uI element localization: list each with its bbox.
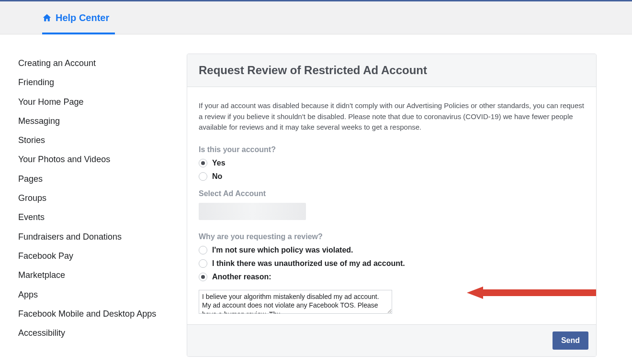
- radio-icon-selected: [199, 159, 207, 167]
- sidebar-item-groups[interactable]: Groups: [17, 188, 169, 208]
- send-button[interactable]: Send: [553, 331, 588, 350]
- sidebar-item-mobile-desktop[interactable]: Facebook Mobile and Desktop Apps: [17, 304, 169, 323]
- radio-why-policy-label: I'm not sure which policy was violated.: [212, 246, 353, 254]
- reason-textarea[interactable]: [199, 290, 392, 314]
- top-bar: Help Center: [0, 0, 632, 34]
- radio-yes[interactable]: Yes: [199, 159, 585, 167]
- sidebar-item-accessibility[interactable]: Accessibility: [17, 323, 169, 342]
- sidebar-item-marketplace[interactable]: Marketplace: [17, 265, 169, 285]
- card-body: If your ad account was disabled because …: [187, 87, 596, 324]
- why-requesting-label: Why are you requesting a review?: [199, 232, 585, 241]
- sidebar-item-messaging[interactable]: Messaging: [17, 111, 169, 131]
- radio-yes-label: Yes: [212, 159, 226, 167]
- radio-why-another[interactable]: Another reason:: [199, 273, 585, 281]
- sidebar-item-pages[interactable]: Pages: [17, 169, 169, 188]
- card-header: Request Review of Restricted Ad Account: [187, 54, 596, 87]
- is-this-your-account-label: Is this your account?: [199, 145, 585, 154]
- active-tab-underline: [42, 33, 115, 34]
- page-title: Request Review of Restricted Ad Account: [199, 64, 585, 77]
- sidebar-item-home-page[interactable]: Your Home Page: [17, 92, 169, 111]
- radio-icon-selected: [199, 273, 207, 281]
- radio-why-policy[interactable]: I'm not sure which policy was violated.: [199, 246, 585, 254]
- help-center-label: Help Center: [56, 12, 109, 23]
- radio-no-label: No: [212, 172, 222, 181]
- sidebar-item-events[interactable]: Events: [17, 208, 169, 227]
- page-layout: Creating an Account Friending Your Home …: [0, 34, 632, 364]
- description-text: If your ad account was disabled because …: [199, 100, 585, 133]
- sidebar-item-creating-account[interactable]: Creating an Account: [17, 54, 169, 73]
- radio-why-another-label: Another reason:: [212, 273, 271, 281]
- radio-icon: [199, 172, 207, 181]
- sidebar-item-fundraisers[interactable]: Fundraisers and Donations: [17, 227, 169, 246]
- help-center-tab[interactable]: Help Center: [42, 1, 109, 34]
- sidebar: Creating an Account Friending Your Home …: [17, 54, 169, 357]
- sidebar-item-stories[interactable]: Stories: [17, 131, 169, 150]
- home-icon: [42, 13, 52, 22]
- radio-why-unauthorized-label: I think there was unauthorized use of my…: [212, 259, 405, 268]
- main-card: Request Review of Restricted Ad Account …: [187, 54, 597, 357]
- card-footer: Send: [187, 324, 596, 356]
- radio-why-unauthorized[interactable]: I think there was unauthorized use of my…: [199, 259, 585, 268]
- sidebar-item-photos-videos[interactable]: Your Photos and Videos: [17, 150, 169, 169]
- ad-account-selector[interactable]: [199, 203, 306, 220]
- select-ad-account-label: Select Ad Account: [199, 189, 585, 198]
- radio-icon: [199, 259, 207, 268]
- sidebar-item-facebook-pay[interactable]: Facebook Pay: [17, 246, 169, 265]
- sidebar-item-apps[interactable]: Apps: [17, 285, 169, 304]
- radio-no[interactable]: No: [199, 172, 585, 181]
- sidebar-item-friending[interactable]: Friending: [17, 73, 169, 92]
- radio-icon: [199, 246, 207, 254]
